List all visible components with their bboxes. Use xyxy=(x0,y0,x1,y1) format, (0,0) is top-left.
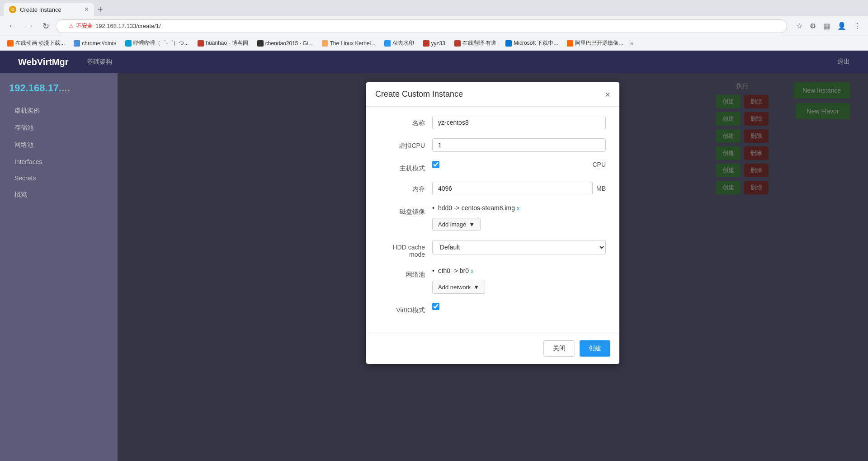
add-image-label: Add image xyxy=(438,221,466,228)
tab-close-button[interactable]: × xyxy=(85,5,89,14)
bookmark-item[interactable]: Microsoft 下载中... xyxy=(502,38,561,48)
memory-field-row: 内存 MB xyxy=(380,182,606,195)
host-mode-checkbox[interactable] xyxy=(432,161,439,168)
bookmark-item[interactable]: 在线动画 动漫下载... xyxy=(4,38,68,48)
sidebar-item-overview[interactable]: 概览 xyxy=(9,187,108,202)
more-button[interactable]: ⋮ xyxy=(852,20,863,32)
add-image-button-wrapper: Add image ▼ xyxy=(432,218,606,231)
bookmark-icon xyxy=(322,40,328,47)
modal-header: Create Custom Instance × xyxy=(366,82,619,107)
bookmark-bar: 在线动画 动漫下载... chrome://dino/ 哔哩哔哩（゜-゜）つ..… xyxy=(0,36,868,51)
name-control-area xyxy=(432,116,606,129)
bookmark-item[interactable]: 哔哩哔哩（゜-゜）つ... xyxy=(122,38,192,48)
cpu-input[interactable] xyxy=(432,138,606,152)
name-input[interactable] xyxy=(432,116,606,129)
forward-button[interactable]: → xyxy=(23,19,36,33)
disk-item-text: hdd0 -> centos-steam8.img xyxy=(438,204,515,212)
network-item-text: eth0 -> br0 xyxy=(438,267,469,274)
hdd-cache-select[interactable]: Default none writethrough writeback dire… xyxy=(432,240,606,254)
sidebar-item-network-pool[interactable]: 网络池 xyxy=(9,137,108,153)
bookmark-label: yyz33 xyxy=(431,40,445,47)
bookmark-label: huanhao - 博客园 xyxy=(206,39,248,47)
tab-title: Create Instance xyxy=(20,6,61,13)
add-network-button-wrapper: Add network ▼ xyxy=(432,281,606,294)
bookmark-item[interactable]: chendao2015 · Gi... xyxy=(254,39,316,47)
bookmark-label: chendao2015 · Gi... xyxy=(265,40,313,47)
extension-button[interactable]: ⚙ xyxy=(808,20,818,32)
bookmark-star-button[interactable]: ☆ xyxy=(794,20,804,32)
virtio-checkbox[interactable] xyxy=(432,303,439,310)
memory-label: 内存 xyxy=(380,182,425,193)
profile-button[interactable]: 👤 xyxy=(835,20,848,32)
add-network-label: Add network xyxy=(438,284,471,291)
app-header: WebVirtMgr 基础架构 退出 xyxy=(0,51,868,73)
memory-input[interactable] xyxy=(432,182,593,195)
disk-remove-link[interactable]: x xyxy=(517,205,520,212)
network-remove-link[interactable]: x xyxy=(471,268,474,274)
back-button[interactable]: ← xyxy=(5,19,19,33)
security-icon: ⚠ xyxy=(69,23,74,29)
sidebar-item-storage-pool[interactable]: 存储池 xyxy=(9,120,108,136)
submit-button[interactable]: 创建 xyxy=(580,340,610,357)
bookmark-icon xyxy=(567,40,573,47)
create-instance-modal: Create Custom Instance × 名称 xyxy=(366,82,619,364)
bookmark-icon xyxy=(198,40,204,47)
virtio-row: VirtIO模式 xyxy=(380,303,606,315)
network-label: 网络池 xyxy=(380,267,425,279)
tab-grid-button[interactable]: ▦ xyxy=(821,20,832,32)
sidebar-item-virtual-instances[interactable]: 虚机实例 xyxy=(9,103,108,118)
bookmark-label: chrome://dino/ xyxy=(82,40,116,47)
bookmark-item[interactable]: yyz33 xyxy=(420,39,449,47)
active-tab[interactable]: ⚙ Create Instance × xyxy=(4,3,94,16)
cpu-label: 虚拟CPU xyxy=(380,138,425,150)
bookmark-label: Microsoft 下载中... xyxy=(514,39,558,47)
bookmark-label: 阿里巴巴开源镜像... xyxy=(575,39,623,47)
bookmark-item[interactable]: 在线翻译·有道 xyxy=(451,38,500,48)
disk-item: hdd0 -> centos-steam8.img x xyxy=(432,204,606,212)
address-bar[interactable]: ⚠ 不安全 192.168.17.133/create/1/ xyxy=(56,19,787,33)
disk-image-row: 磁盘镜像 hdd0 -> centos-steam8.img x Add ima… xyxy=(380,204,606,231)
page-content: WebVirtMgr 基础架构 退出 192.168.17.... 虚机实例 存… xyxy=(0,51,868,461)
hdd-cache-control-area: Default none writethrough writeback dire… xyxy=(432,240,606,254)
main-layout: 192.168.17.... 虚机实例 存储池 网络池 Interfaces xyxy=(0,73,868,461)
cpu-field-row: 虚拟CPU xyxy=(380,138,606,152)
add-image-chevron-icon: ▼ xyxy=(469,221,475,228)
bookmark-label: 哔哩哔哩（゜-゜）つ... xyxy=(133,39,189,47)
modal-overlay: Create Custom Instance × 名称 xyxy=(118,73,868,461)
right-panel: New Instance New Flavor 执行 创建 删除 创建 删除 xyxy=(118,73,868,461)
network-item: eth0 -> br0 x xyxy=(432,267,606,274)
bookmark-item[interactable]: The Linux Kernel... xyxy=(318,39,379,47)
add-network-button[interactable]: Add network ▼ xyxy=(432,281,485,294)
memory-unit: MB xyxy=(596,185,606,192)
disk-control-area: hdd0 -> centos-steam8.img x Add image ▼ xyxy=(432,204,606,231)
security-warning: 不安全 xyxy=(76,22,93,30)
modal-title: Create Custom Instance xyxy=(375,89,463,99)
bookmark-label: AI去水印 xyxy=(392,39,414,47)
bookmark-more: » xyxy=(630,40,633,47)
bookmark-item[interactable]: 阿里巴巴开源镜像... xyxy=(563,38,627,48)
new-tab-button[interactable]: + xyxy=(94,3,107,16)
cancel-button[interactable]: 关闭 xyxy=(543,340,575,357)
disk-label: 磁盘镜像 xyxy=(380,204,425,216)
bookmark-item[interactable]: AI去水印 xyxy=(381,38,417,48)
sidebar-item-interfaces[interactable]: Interfaces xyxy=(9,155,108,169)
bookmark-item[interactable]: chrome://dino/ xyxy=(70,39,120,47)
modal-close-button[interactable]: × xyxy=(605,90,610,99)
reload-button[interactable]: ↻ xyxy=(40,19,52,33)
bookmark-item[interactable]: huanhao - 博客园 xyxy=(194,38,251,48)
add-image-button[interactable]: Add image ▼ xyxy=(432,218,481,231)
network-control-area: eth0 -> br0 x Add network ▼ xyxy=(432,267,606,294)
sidebar-item-secrets[interactable]: Secrets xyxy=(9,171,108,185)
modal-body: 名称 虚拟CPU xyxy=(366,107,619,333)
hdd-cache-row: HDD cache mode Default none writethrough… xyxy=(380,240,606,258)
bookmark-icon xyxy=(7,40,14,47)
bookmark-label: The Linux Kernel... xyxy=(330,40,376,47)
address-text: 192.168.17.133/create/1/ xyxy=(95,23,161,29)
bookmark-icon xyxy=(257,40,264,47)
app-nav[interactable]: 基础架构 xyxy=(87,58,112,66)
network-row: 网络池 eth0 -> br0 x Add network xyxy=(380,267,606,294)
tab-favicon: ⚙ xyxy=(9,6,16,13)
app-logout-button[interactable]: 退出 xyxy=(837,58,850,66)
bookmark-label: 在线翻译·有道 xyxy=(462,39,496,47)
sidebar-menu: 虚机实例 存储池 网络池 Interfaces Secrets xyxy=(9,103,108,202)
